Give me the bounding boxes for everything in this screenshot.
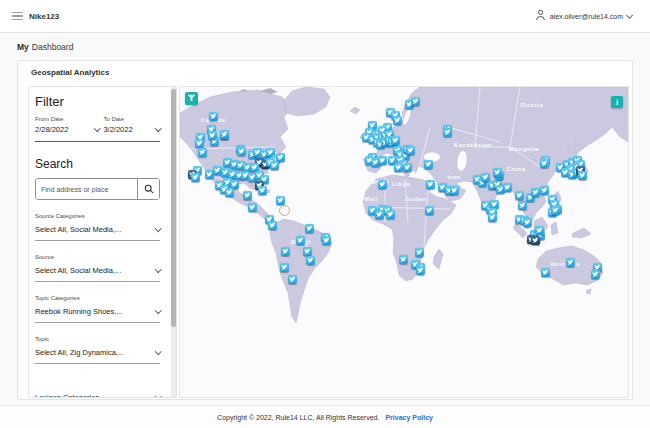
group-label: Topic Categories xyxy=(35,295,160,301)
tweet-marker[interactable] xyxy=(415,248,424,257)
tweet-marker[interactable] xyxy=(276,196,285,205)
tweet-marker[interactable] xyxy=(488,213,497,222)
chevron-down-icon xyxy=(155,225,161,231)
filter-panel: Filter From Date 2/28/2022 To Date 3/2/2… xyxy=(28,86,177,398)
tweet-marker[interactable] xyxy=(450,186,459,195)
filter-groups: Source CategoriesSelect All, Social Medi… xyxy=(35,213,160,398)
group-label: Topic xyxy=(35,336,160,342)
person-icon xyxy=(535,7,546,25)
tweet-marker[interactable] xyxy=(403,163,412,172)
tweet-marker[interactable] xyxy=(258,186,267,195)
tweet-marker[interactable] xyxy=(424,160,433,169)
tweet-marker[interactable] xyxy=(394,163,403,172)
from-date-select[interactable]: 2/28/2022 xyxy=(35,125,99,134)
group-select[interactable]: Reebok Running Shoes,... xyxy=(35,304,160,323)
tweet-marker[interactable] xyxy=(535,226,544,235)
tweet-marker[interactable] xyxy=(426,180,435,189)
user-email: alex.oliver@rule14.com xyxy=(550,13,623,20)
tweet-marker[interactable] xyxy=(523,218,532,227)
search-button[interactable] xyxy=(137,179,159,199)
panel-scrollbar-thumb[interactable] xyxy=(171,89,176,327)
tweet-marker[interactable] xyxy=(237,147,246,156)
tweet-marker[interactable] xyxy=(280,263,289,272)
chevron-down-icon xyxy=(155,307,161,313)
tweet-marker[interactable] xyxy=(393,116,402,125)
tweet-marker[interactable] xyxy=(270,161,279,170)
chevron-down-icon xyxy=(155,393,161,398)
tweet-marker[interactable] xyxy=(225,188,234,197)
search-heading: Search xyxy=(35,157,160,171)
tweet-marker[interactable] xyxy=(399,255,408,264)
group-select[interactable]: Select All, Social Media,... xyxy=(35,222,160,241)
tweet-marker[interactable] xyxy=(531,236,540,245)
chevron-down-icon xyxy=(94,125,100,131)
filter-group: Topic CategoriesReebok Running Shoes,... xyxy=(35,295,160,323)
tweet-marker[interactable] xyxy=(243,191,252,200)
tweet-marker[interactable] xyxy=(518,201,527,210)
tweet-marker[interactable] xyxy=(281,247,290,256)
tweet-marker[interactable] xyxy=(515,191,524,200)
tweet-marker[interactable] xyxy=(425,206,434,215)
tweet-marker[interactable] xyxy=(322,236,331,245)
tweet-marker[interactable] xyxy=(296,236,305,245)
funnel-icon xyxy=(187,94,196,103)
chevron-down-icon xyxy=(155,348,161,354)
tweet-marker[interactable] xyxy=(220,130,229,139)
tweet-marker[interactable] xyxy=(540,159,549,168)
tweet-marker[interactable] xyxy=(551,206,560,215)
tweet-marker[interactable] xyxy=(493,168,502,177)
chevron-down-icon xyxy=(155,125,161,131)
group-label: Source Categories xyxy=(35,213,160,219)
geospatial-analytics-card: Geospatial Analytics Filter From Date 2/… xyxy=(17,60,633,400)
tweet-marker[interactable] xyxy=(591,270,600,279)
tweet-marker[interactable] xyxy=(209,112,218,121)
tweet-marker[interactable] xyxy=(531,188,540,197)
tweet-marker[interactable] xyxy=(378,156,387,165)
tweet-marker[interactable] xyxy=(406,146,415,155)
tweet-marker[interactable] xyxy=(566,258,575,267)
tweet-marker[interactable] xyxy=(378,180,387,189)
breadcrumb-prefix: My xyxy=(17,42,29,52)
tweet-marker[interactable] xyxy=(416,266,425,275)
tweet-marker[interactable] xyxy=(541,268,550,277)
tweet-marker[interactable] xyxy=(391,136,400,145)
tweet-marker[interactable] xyxy=(268,221,277,230)
tweet-marker[interactable] xyxy=(443,128,452,137)
search-icon xyxy=(144,184,154,194)
tweet-marker[interactable] xyxy=(540,186,549,195)
tweet-marker[interactable] xyxy=(303,247,312,256)
tweet-marker[interactable] xyxy=(375,210,384,219)
to-date-label: To Date xyxy=(103,116,160,122)
filter-group: TopicSelect All, Zig Dynamica,... xyxy=(35,336,160,364)
to-date-select[interactable]: 3/2/2022 xyxy=(103,125,160,134)
user-menu[interactable]: alex.oliver@rule14.com xyxy=(535,7,632,25)
tweet-marker[interactable] xyxy=(191,173,200,182)
privacy-policy-link[interactable]: Privacy Policy xyxy=(385,414,432,421)
map-canvas[interactable]: CanadaRussiaKazakhstanMongoliaChinaIranA… xyxy=(179,86,629,398)
tweet-marker[interactable] xyxy=(248,203,257,212)
filter-group: Source CategoriesSelect All, Social Medi… xyxy=(35,213,160,241)
tweet-marker[interactable] xyxy=(386,210,395,219)
tweet-marker[interactable] xyxy=(411,97,420,106)
tweet-marker[interactable] xyxy=(195,139,204,148)
group-select[interactable]: Lexicon Categories xyxy=(35,390,160,398)
search-input[interactable] xyxy=(36,179,137,199)
tweet-marker[interactable] xyxy=(208,131,217,140)
tweet-marker[interactable] xyxy=(198,148,207,157)
tweet-marker[interactable] xyxy=(305,224,314,233)
chevron-down-icon xyxy=(626,11,633,18)
panel-scrollbar-track[interactable] xyxy=(171,87,176,398)
breadcrumb-label: Dashboard xyxy=(32,42,74,52)
group-select[interactable]: Select All, Zig Dynamica,... xyxy=(35,345,160,364)
brand-name: Nike123 xyxy=(29,12,59,21)
breadcrumb: My Dashboard xyxy=(0,33,650,60)
tweet-marker[interactable] xyxy=(578,171,587,180)
group-select[interactable]: Select All, Social Media,... xyxy=(35,263,160,282)
tweet-marker[interactable] xyxy=(481,173,490,182)
map-filter-button[interactable] xyxy=(185,92,198,105)
tweet-marker[interactable] xyxy=(503,183,512,192)
tweet-marker[interactable] xyxy=(288,275,297,284)
menu-icon[interactable] xyxy=(12,12,23,21)
map-info-button[interactable]: i xyxy=(611,96,623,108)
tweet-marker[interactable] xyxy=(306,256,315,265)
